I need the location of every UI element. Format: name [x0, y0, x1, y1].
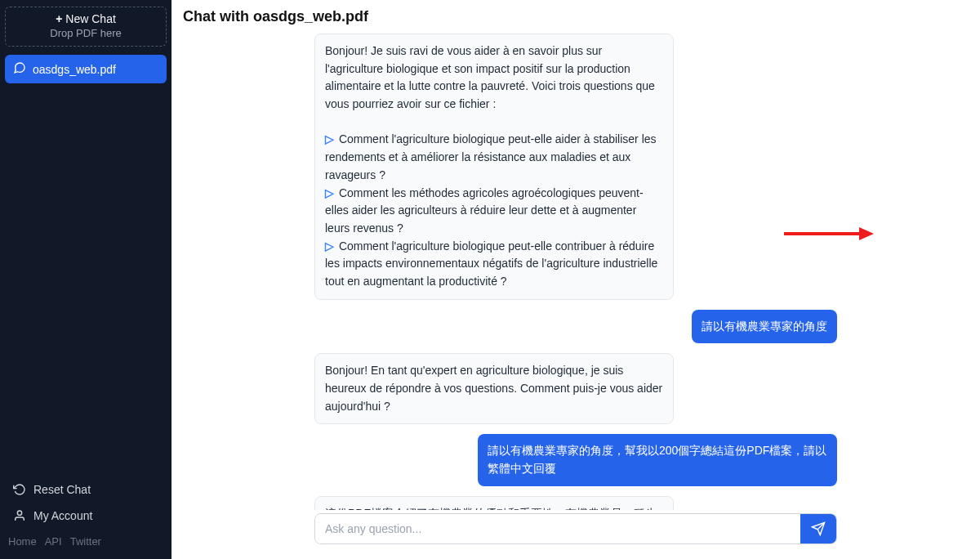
play-icon: ▷	[325, 132, 334, 145]
new-chat-button[interactable]: +New Chat Drop PDF here	[5, 7, 167, 47]
message-text: 請以有機農業專家的角度，幫我以200個字總結這份PDF檔案，請以繁體中文回覆	[488, 444, 826, 475]
chat-scroll[interactable]: Bonjour! Je suis ravi de vous aider à en…	[172, 30, 980, 510]
reset-chat-label: Reset Chat	[33, 483, 91, 496]
suggested-question[interactable]: Comment l'agriculture biologique peut-el…	[325, 132, 657, 181]
play-icon: ▷	[325, 186, 334, 199]
play-icon: ▷	[325, 239, 334, 253]
message-text: Bonjour! En tant qu'expert en agricultur…	[325, 364, 662, 412]
new-chat-label: New Chat	[65, 12, 115, 25]
sidebar-item-document[interactable]: oasdgs_web.pdf	[5, 55, 167, 83]
user-message: 請以有機農業專家的角度，幫我以200個字總結這份PDF檔案，請以繁體中文回覆	[478, 434, 837, 485]
assistant-message: Bonjour! En tant qu'expert en agricultur…	[314, 353, 674, 424]
assistant-message: Bonjour! Je suis ravi de vous aider à en…	[314, 34, 674, 300]
document-name: oasdgs_web.pdf	[33, 63, 116, 76]
user-message: 請以有機農業專家的角度	[692, 310, 837, 344]
footer-link-home[interactable]: Home	[8, 535, 37, 548]
svg-point-0	[17, 511, 21, 515]
footer-link-twitter[interactable]: Twitter	[70, 535, 101, 548]
my-account-button[interactable]: My Account	[5, 503, 167, 529]
assistant-message: 這份PDF檔案介紹了有機農業的優點和重要性。有機農業是一種生態友好的食品生產方式…	[314, 496, 674, 510]
plus-icon: +	[56, 12, 62, 25]
message-text: Bonjour! Je suis ravi de vous aider à en…	[325, 44, 655, 110]
main-panel: Chat with oasdgs_web.pdf Bonjour! Je sui…	[172, 0, 980, 559]
message-text: 請以有機農業專家的角度	[702, 320, 827, 333]
suggested-question[interactable]: Comment les méthodes agricoles agroécolo…	[325, 186, 644, 235]
footer-links: Home API Twitter	[5, 529, 167, 559]
chat-bubble-icon	[13, 61, 26, 77]
footer-link-api[interactable]: API	[45, 535, 62, 548]
sidebar: +New Chat Drop PDF here oasdgs_web.pdf R…	[0, 0, 172, 559]
page-title: Chat with oasdgs_web.pdf	[172, 0, 980, 30]
suggested-question[interactable]: Comment l'agriculture biologique peut-el…	[325, 239, 657, 288]
send-button[interactable]	[800, 514, 836, 543]
message-input[interactable]	[315, 514, 800, 543]
drop-pdf-hint: Drop PDF here	[9, 27, 163, 39]
my-account-label: My Account	[33, 509, 92, 522]
composer	[172, 510, 980, 559]
reset-chat-button[interactable]: Reset Chat	[5, 476, 167, 503]
